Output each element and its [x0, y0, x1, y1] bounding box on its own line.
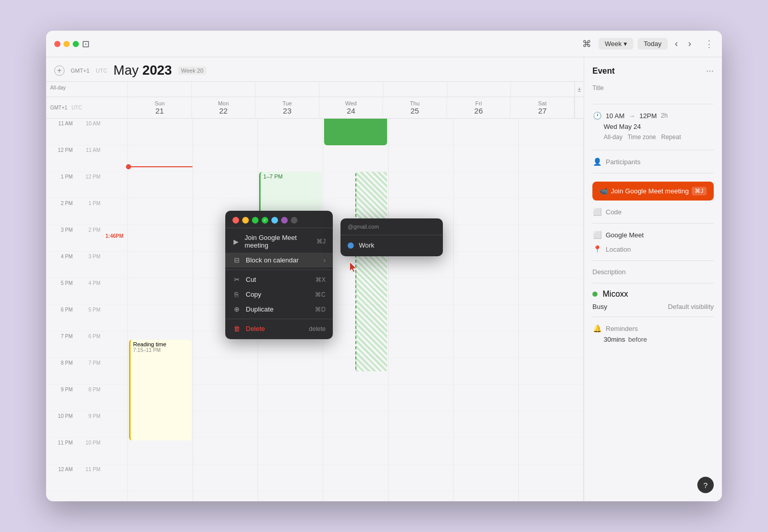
video-icon: ▶ [232, 238, 240, 246]
right-panel: Event ··· Title 🕐 10 AM → 12PM 2h Wed Ma… [584, 57, 722, 501]
minimize-button[interactable] [63, 41, 70, 47]
time-gutter: 11 AM 10 AM 12 PM 11 AM 1 PM 12 PM 2 PM … [46, 119, 128, 501]
trash-icon: 🗑 [232, 325, 241, 332]
maximize-button[interactable] [73, 41, 79, 47]
allday-option[interactable]: All-day [604, 134, 623, 141]
context-menu-block[interactable]: ⊟ Block on calendar › [225, 253, 333, 268]
code-icon: ⬜ [592, 208, 602, 216]
tl-check: ✓ [262, 217, 268, 224]
allday-sun [128, 82, 192, 97]
context-menu-sep-2 [225, 319, 333, 319]
day-col-fri[interactable] [454, 119, 519, 501]
google-meet-label: Google Meet [606, 231, 644, 239]
sidebar-toggle-button[interactable]: ⊡ [79, 36, 93, 52]
close-button[interactable] [54, 41, 60, 47]
location-pin-icon: 📍 [592, 245, 602, 253]
panel-google-meet-row: ⬜ Google Meet [592, 228, 714, 242]
day-header-sun: Sun 21 [128, 97, 192, 118]
calendar-window: ⊡ ⌘ Week ▾ Today ‹ › ⋮ [46, 31, 722, 501]
allday-thu [383, 82, 447, 97]
panel-sep-6 [592, 317, 714, 317]
tl-red [232, 217, 239, 224]
tl-green [252, 217, 259, 224]
time-slot-3pm: 3 PM 2 PM 1:46PM [46, 225, 127, 252]
panel-sep-1 [592, 150, 714, 150]
context-menu-block-label: Block on calendar [246, 256, 298, 264]
bell-icon: 🔔 [592, 324, 602, 332]
allday-days [128, 82, 574, 97]
wed-dashed-event[interactable] [355, 172, 387, 371]
reading-event[interactable]: Reading time 7:15–11 PM [129, 340, 191, 440]
window-controls [54, 41, 79, 47]
context-menu-delete-shortcut: delete [309, 325, 326, 332]
submenu: @gmail.com Work [340, 218, 443, 256]
day-header-wed: Wed 24 [319, 97, 383, 118]
sidebar-icon: ⊡ [82, 39, 90, 49]
allday-fri [447, 82, 511, 97]
context-menu-cut[interactable]: ✂ Cut ⌘X [225, 272, 333, 287]
time-slot-12am: 12 AM 11 PM [46, 464, 127, 491]
chevron-right-icon: › [688, 38, 691, 49]
tl-dark [291, 217, 297, 224]
command-button[interactable]: ⌘ [579, 36, 594, 52]
submenu-work[interactable]: Work [340, 237, 443, 253]
prev-button[interactable]: ‹ [672, 36, 681, 51]
more-options-icon[interactable]: ⋮ [705, 38, 714, 50]
context-menu-delete-label: Delete [246, 325, 265, 332]
google-meet-icon: ⬜ [592, 231, 602, 239]
reminder-value: 30mins [604, 336, 625, 343]
next-button[interactable]: › [685, 36, 694, 51]
day-col-thu[interactable] [389, 119, 454, 501]
panel-time-end: 12PM [639, 112, 657, 120]
context-menu-join-meet[interactable]: ▶ Join Google Meet meeting ⌘J [225, 230, 333, 253]
day-header-mon: Mon 22 [192, 97, 256, 118]
context-menu-sep-1 [225, 270, 333, 270]
allday-tue [255, 82, 319, 97]
join-meet-button[interactable]: 📹 Join Google Meet meeting ⌘J [592, 182, 714, 201]
panel-calendar-row: Micoxx [592, 290, 714, 299]
panel-title-section: Title [592, 84, 714, 94]
add-event-button[interactable]: + [54, 65, 65, 76]
time-slot-2pm: 2 PM 1 PM [46, 198, 127, 225]
calendar-grid[interactable]: 11 AM 10 AM 12 PM 11 AM 1 PM 12 PM 2 PM … [46, 119, 584, 501]
panel-sep-3 [592, 223, 714, 224]
panel-more-button[interactable]: ··· [706, 65, 714, 76]
description-label: Description [592, 268, 626, 276]
timezone-option[interactable]: Time zone [628, 134, 656, 141]
context-menu-join-shortcut: ⌘J [316, 238, 326, 245]
duplicate-icon: ⊕ [232, 305, 241, 313]
video-cam-icon: 📹 [600, 187, 608, 195]
time-slot-8pm: 8 PM 7 PM [46, 358, 127, 385]
calendar-main: + GMT+1 UTC May 2023 Week 20 All-day [46, 57, 584, 501]
context-menu-duplicate-shortcut: ⌘D [315, 306, 326, 313]
help-button[interactable]: ? [697, 477, 714, 493]
current-time-line [128, 166, 193, 167]
week-dropdown[interactable]: Week ▾ [599, 38, 633, 50]
reading-time: 7:15–11 PM [133, 347, 189, 353]
tl-yellow [242, 217, 249, 224]
reading-title: Reading time [133, 341, 189, 347]
expand-column-button[interactable]: ± [574, 82, 584, 97]
repeat-option[interactable]: Repeat [661, 134, 681, 141]
panel-date: Wed May 24 [604, 123, 714, 130]
location-label: Location [606, 246, 631, 253]
day-col-sat[interactable] [519, 119, 584, 501]
panel-time-start: 10 AM [606, 112, 625, 120]
copy-icon: ⎘ [232, 291, 241, 298]
allday-row: All-day ± [46, 82, 584, 97]
day-col-wed[interactable]: 10 AM–12 PM [323, 119, 388, 501]
scissors-icon: ✂ [232, 276, 241, 283]
panel-sep-5 [592, 283, 714, 283]
calendar-header: + GMT+1 UTC May 2023 Week 20 [46, 57, 584, 82]
today-button[interactable]: Today [637, 38, 668, 50]
context-menu-delete[interactable]: 🗑 Delete delete [225, 321, 333, 336]
context-menu-copy[interactable]: ⎘ Copy ⌘C [225, 287, 333, 302]
context-menu-copy-label: Copy [246, 291, 261, 298]
wed-green-event[interactable]: 10 AM–12 PM [324, 119, 387, 145]
panel-description-row: Description [592, 265, 714, 279]
day-col-sun[interactable]: shopping 9–11 AM Reading time 7:15–11 PM [128, 119, 193, 501]
context-menu-duplicate[interactable]: ⊕ Duplicate ⌘D [225, 302, 333, 317]
submenu-arrow: › [324, 256, 326, 264]
reminder-detail: 30mins before [604, 336, 714, 343]
time-slot-10pm: 10 PM 9 PM [46, 411, 127, 438]
